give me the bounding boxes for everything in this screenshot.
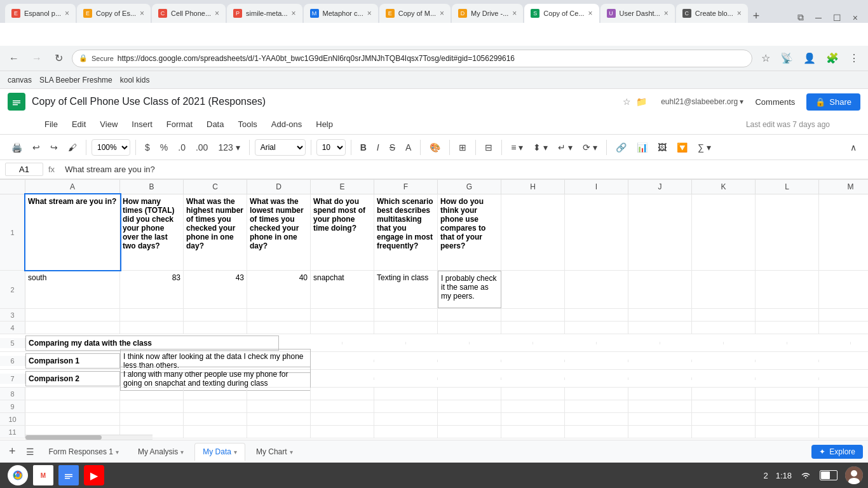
menu-edit[interactable]: Edit xyxy=(65,117,92,132)
menu-help[interactable]: Help xyxy=(309,117,339,132)
close-window-button[interactable]: × xyxy=(848,13,863,23)
undo-button[interactable]: ↩ xyxy=(29,140,44,155)
cell-k8[interactable] xyxy=(692,388,756,400)
tab-copyofes[interactable]: E Copy of Es... × xyxy=(77,4,151,23)
strikethrough-button[interactable]: S xyxy=(386,140,399,155)
tab-close-pdfmeta[interactable]: × xyxy=(292,9,296,18)
taskbar-docs-icon[interactable] xyxy=(58,465,79,485)
cell-l9[interactable] xyxy=(756,400,819,412)
link-button[interactable]: 🔗 xyxy=(612,140,630,155)
cell-h1[interactable] xyxy=(501,194,565,270)
cell-c1[interactable]: What was the highest number of times you… xyxy=(184,194,247,270)
cell-e9[interactable] xyxy=(311,400,374,412)
cell-a1[interactable]: What stream are you in? xyxy=(25,194,120,270)
bold-button[interactable]: B xyxy=(356,140,370,155)
scroll-thumb[interactable] xyxy=(25,435,102,440)
cell-f10[interactable] xyxy=(374,413,438,425)
filter-button[interactable]: 🔽 xyxy=(673,140,691,155)
cell-h10[interactable] xyxy=(501,413,565,425)
cell-j10[interactable] xyxy=(628,413,692,425)
cell-m1[interactable] xyxy=(819,194,868,270)
cell-g8[interactable] xyxy=(438,388,501,400)
cell-i1[interactable] xyxy=(565,194,628,270)
zoom-select[interactable]: 100% xyxy=(92,139,130,156)
cell-c3[interactable] xyxy=(184,309,247,321)
cell-j4[interactable] xyxy=(628,322,692,334)
bookmark-star-button[interactable]: ☆ xyxy=(757,50,774,67)
tab-close-copyofm[interactable]: × xyxy=(440,9,444,18)
tab-userdash[interactable]: U User Dasht... × xyxy=(600,4,675,23)
menu-insert[interactable]: Insert xyxy=(125,117,159,132)
cell-h7[interactable] xyxy=(501,377,565,380)
cell-b3[interactable] xyxy=(120,309,184,321)
cell-f9[interactable] xyxy=(374,400,438,412)
sheet-tab-form-responses-arrow[interactable]: ▾ xyxy=(116,449,119,456)
cell-m2[interactable] xyxy=(819,271,868,308)
cell-g1[interactable]: How do you think your phone use compares… xyxy=(438,194,501,270)
cell-i6[interactable] xyxy=(565,360,628,362)
user-avatar[interactable] xyxy=(845,466,863,484)
cell-e4[interactable] xyxy=(311,322,374,334)
star-icon[interactable]: ☆ xyxy=(623,97,631,107)
cell-b10[interactable] xyxy=(120,413,184,425)
cell-m5[interactable] xyxy=(787,342,851,344)
cell-g10[interactable] xyxy=(438,413,501,425)
cell-k6[interactable] xyxy=(692,360,756,362)
cell-l1[interactable] xyxy=(756,194,819,270)
cell-i10[interactable] xyxy=(565,413,628,425)
sheet-tab-my-analysis-arrow[interactable]: ▾ xyxy=(180,449,184,456)
paintformat-button[interactable]: 🖌 xyxy=(64,140,81,155)
bookmark-sla[interactable]: SLA Beeber Freshme xyxy=(39,76,112,85)
textwrap-button[interactable]: ↵ ▾ xyxy=(554,140,576,155)
cell-l2[interactable] xyxy=(756,271,819,308)
cell-d3[interactable] xyxy=(247,309,311,321)
minimize-button[interactable]: ─ xyxy=(810,13,827,23)
sheet-tab-my-chart[interactable]: My Chart ▾ xyxy=(248,443,301,461)
cell-h9[interactable] xyxy=(501,400,565,412)
address-bar[interactable]: 🔒 Secure https://docs.google.com/spreads… xyxy=(72,50,752,67)
col-header-m[interactable]: M xyxy=(819,180,868,194)
tab-cellphone[interactable]: C Cell Phone... × xyxy=(152,4,226,23)
cell-m3[interactable] xyxy=(819,309,868,321)
cell-m7[interactable] xyxy=(819,377,868,380)
currency-button[interactable]: $ xyxy=(141,140,154,155)
col-header-g[interactable]: G xyxy=(438,180,501,194)
cell-j1[interactable] xyxy=(628,194,692,270)
moreformats-button[interactable]: 123 ▾ xyxy=(214,140,243,155)
cell-a10[interactable] xyxy=(25,413,120,425)
cell-f5[interactable] xyxy=(342,342,406,344)
menu-tools[interactable]: Tools xyxy=(231,117,263,132)
italic-button[interactable]: I xyxy=(373,140,383,155)
cell-h5[interactable] xyxy=(470,342,533,344)
fontsize-select[interactable]: 10 xyxy=(316,139,346,156)
cell-d1[interactable]: What was the lowest number of times you … xyxy=(247,194,311,270)
cell-i11[interactable] xyxy=(565,426,628,438)
tab-mydrive[interactable]: D My Drive -... × xyxy=(452,4,523,23)
cell-a4[interactable] xyxy=(25,322,120,334)
halign-button[interactable]: ≡ ▾ xyxy=(507,140,527,155)
cell-h11[interactable] xyxy=(501,426,565,438)
cell-j2[interactable] xyxy=(628,271,692,308)
cell-m8[interactable] xyxy=(819,388,868,400)
cell-j7[interactable] xyxy=(628,377,692,380)
cell-i5[interactable] xyxy=(533,342,597,344)
cell-j5[interactable] xyxy=(597,342,660,344)
textcolor-button[interactable]: A xyxy=(402,140,415,155)
add-sheet-button[interactable]: + xyxy=(5,445,20,458)
col-header-d[interactable]: D xyxy=(247,180,311,194)
cast-button[interactable]: 📡 xyxy=(776,50,797,67)
cell-f1[interactable]: Which scenario best describes multitaski… xyxy=(374,194,438,270)
cell-e2[interactable]: snapchat xyxy=(311,271,374,308)
print-button[interactable]: 🖨️ xyxy=(8,140,26,155)
cell-g11[interactable] xyxy=(438,426,501,438)
tab-close-copyofc[interactable]: × xyxy=(588,9,593,18)
cell-m6[interactable] xyxy=(819,360,868,362)
share-button[interactable]: 🔒 Share xyxy=(806,93,860,111)
col-header-f[interactable]: F xyxy=(374,180,438,194)
sheet-menu-button[interactable]: ☰ xyxy=(22,447,38,457)
cell-f11[interactable] xyxy=(374,426,438,438)
col-header-i[interactable]: I xyxy=(565,180,628,194)
cell-a8[interactable] xyxy=(25,388,120,400)
merge-cells-button[interactable]: ⊟ xyxy=(481,140,496,155)
cell-e7[interactable] xyxy=(311,377,374,380)
